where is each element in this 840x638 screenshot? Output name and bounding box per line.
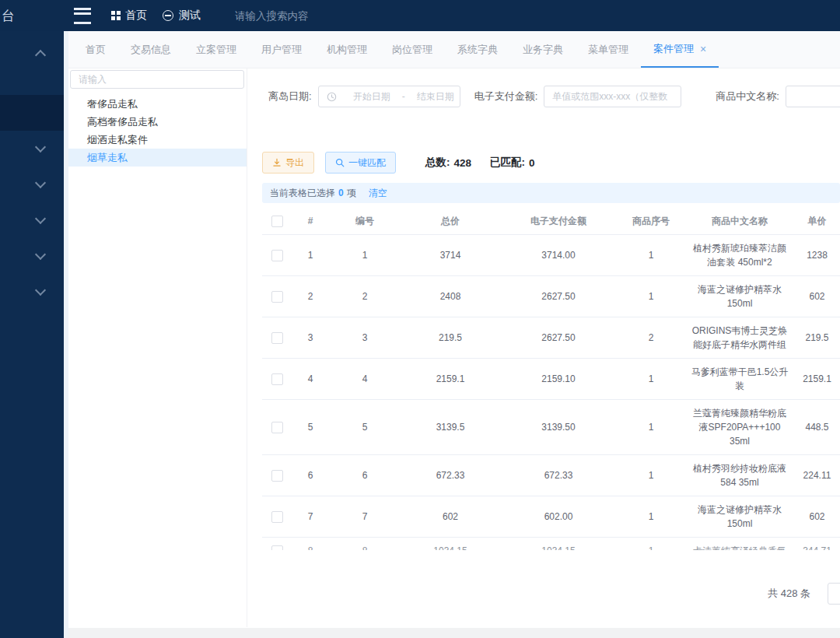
cell-total-price: 1034.15 xyxy=(401,538,500,551)
tab-label: 案件管理 xyxy=(653,42,694,56)
header-col-2: 编号 xyxy=(329,208,401,235)
row-checkbox[interactable] xyxy=(271,291,283,303)
chevron-down-icon xyxy=(35,177,46,188)
date-end-placeholder[interactable]: 结束日期 xyxy=(411,90,460,103)
tab-label: 菜单管理 xyxy=(588,43,628,57)
row-checkbox[interactable] xyxy=(271,250,283,261)
top-navbar: 台 首页 测试 xyxy=(0,0,840,31)
bottom-edge xyxy=(68,628,840,638)
sidebar-item-2[interactable] xyxy=(0,95,64,131)
sidebar-item-1[interactable] xyxy=(0,36,64,72)
sidebar-item-6[interactable] xyxy=(0,238,64,274)
hamburger-menu-icon[interactable] xyxy=(74,8,91,24)
category-search-input[interactable] xyxy=(70,70,244,89)
cell-payment-amount: 602.00 xyxy=(500,496,617,538)
tab-9[interactable]: 菜单管理 xyxy=(576,31,641,68)
cell-product-seq: 1 xyxy=(617,400,685,455)
minus-circle-icon xyxy=(163,10,173,21)
clock-icon xyxy=(327,92,337,102)
cell-payment-amount: 2627.50 xyxy=(500,276,617,317)
product-name-filter-input[interactable] xyxy=(786,86,840,107)
category-item-1[interactable]: 奢侈品走私 xyxy=(68,95,247,113)
table-footer: 共 428 条 xyxy=(262,583,840,605)
cell-unit-price: 448.5 xyxy=(794,400,840,455)
sidebar xyxy=(0,31,64,638)
download-icon xyxy=(272,158,282,167)
row-checkbox[interactable] xyxy=(271,373,283,385)
row-checkbox[interactable] xyxy=(271,422,283,433)
nav-home-label: 首页 xyxy=(125,9,147,23)
close-tab-icon[interactable]: × xyxy=(700,44,706,54)
cell-product-seq: 2 xyxy=(617,317,685,359)
cell-payment-amount: 672.33 xyxy=(500,455,617,496)
cell-select xyxy=(262,235,292,276)
cell-unit-price: 224.11 xyxy=(794,455,840,496)
sidebar-item-4[interactable] xyxy=(0,167,64,202)
nav-home[interactable]: 首页 xyxy=(111,9,147,23)
data-table-container: #编号总价电子支付金额商品序号商品中文名称单价 1137143714.001植村… xyxy=(262,208,840,550)
cell-product-seq: 1 xyxy=(617,455,685,496)
tab-6[interactable]: 岗位管理 xyxy=(380,31,445,68)
category-item-2[interactable]: 高档奢侈品走私 xyxy=(68,113,247,131)
product-name-filter-label: 商品中文名称: xyxy=(716,89,779,103)
tab-5[interactable]: 机构管理 xyxy=(314,31,380,68)
nav-test[interactable]: 测试 xyxy=(163,9,201,23)
pagination-size-select[interactable] xyxy=(828,583,840,605)
table-row: 66672.33672.331植村秀羽纱持妆粉底液 584 35ml224.11 xyxy=(262,455,840,496)
tab-3[interactable]: 立案管理 xyxy=(184,31,249,68)
category-panel: 奢侈品走私高档奢侈品走私烟酒走私案件烟草走私 xyxy=(68,68,247,627)
clear-selection-link[interactable]: 清空 xyxy=(369,187,387,200)
selection-count: 0 xyxy=(338,188,344,198)
cell-product-name: 马爹利蓝带干邑1.5公升装 xyxy=(685,359,794,400)
amount-filter-input[interactable] xyxy=(544,86,681,107)
chevron-up-icon xyxy=(35,50,46,61)
cell-total-price: 602 xyxy=(401,496,500,538)
selection-prefix: 当前表格已选择 xyxy=(270,187,335,200)
row-checkbox[interactable] xyxy=(271,470,283,482)
cell-product-seq: 1 xyxy=(617,276,685,317)
global-search-input[interactable] xyxy=(233,9,369,23)
cell-product-name: 植村秀新琥珀臻萃洁颜油套装 450ml*2 xyxy=(685,235,794,276)
table-row: 77602602.001海蓝之谜修护精萃水 150ml602 xyxy=(262,496,840,538)
date-start-placeholder[interactable]: 开始日期 xyxy=(348,90,396,103)
sidebar-item-7[interactable] xyxy=(0,274,64,310)
tab-10[interactable]: 案件管理× xyxy=(641,31,719,68)
cell-code: 6 xyxy=(329,455,401,496)
row-checkbox[interactable] xyxy=(271,511,283,523)
cell-index: 4 xyxy=(292,359,329,400)
tab-label: 首页 xyxy=(86,43,106,57)
export-button[interactable]: 导出 xyxy=(262,152,314,174)
tab-8[interactable]: 业务字典 xyxy=(510,31,576,68)
date-range-picker[interactable]: 开始日期 - 结束日期 xyxy=(318,86,460,107)
sidebar-item-5[interactable] xyxy=(0,202,64,238)
select-all-checkbox[interactable] xyxy=(271,216,283,227)
cell-select xyxy=(262,496,292,538)
row-checkbox[interactable] xyxy=(271,545,283,550)
category-item-3[interactable]: 烟酒走私案件 xyxy=(68,131,247,149)
cell-payment-amount: 2159.10 xyxy=(500,359,617,400)
cell-unit-price: 1238 xyxy=(794,235,840,276)
chevron-down-icon xyxy=(35,285,46,296)
cell-product-name: 卡诗菁纯亮泽经典香氛 xyxy=(685,538,794,551)
tab-2[interactable]: 交易信息 xyxy=(118,31,184,68)
data-table: #编号总价电子支付金额商品序号商品中文名称单价 1137143714.001植村… xyxy=(262,208,840,550)
one-click-match-button[interactable]: 一键匹配 xyxy=(325,152,396,174)
tab-1[interactable]: 首页 xyxy=(73,31,118,68)
cell-code: 7 xyxy=(329,496,401,538)
cell-code: 8 xyxy=(329,538,401,551)
cell-unit-price: 602 xyxy=(794,276,840,317)
cell-index: 7 xyxy=(292,496,329,538)
tab-label: 交易信息 xyxy=(131,43,171,57)
cell-index: 3 xyxy=(292,317,329,359)
cell-product-seq: 1 xyxy=(617,496,685,538)
table-row: 1137143714.001植村秀新琥珀臻萃洁颜油套装 450ml*21238 xyxy=(262,235,840,276)
cell-product-name: 植村秀羽纱持妆粉底液 584 35ml xyxy=(685,455,794,496)
tab-4[interactable]: 用户管理 xyxy=(249,31,314,68)
category-item-4[interactable]: 烟草走私 xyxy=(68,149,247,167)
sidebar-item-3[interactable] xyxy=(0,131,64,167)
cell-select xyxy=(262,400,292,455)
cell-code: 1 xyxy=(329,235,401,276)
cell-product-seq: 1 xyxy=(617,359,685,400)
row-checkbox[interactable] xyxy=(271,332,283,344)
tab-7[interactable]: 系统字典 xyxy=(445,31,510,68)
